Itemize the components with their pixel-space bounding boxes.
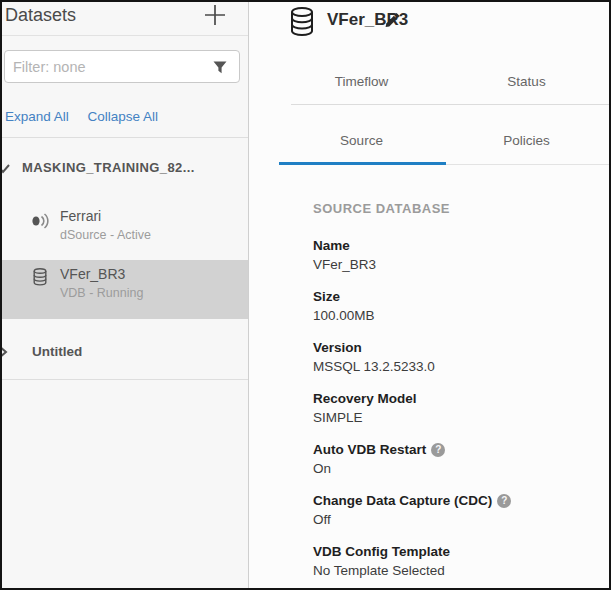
field-value: SIMPLE: [313, 408, 599, 427]
tree-item-vfer-br3-selected[interactable]: VFer_BR3 VDB - Running: [2, 260, 248, 319]
field-value: VFer_BR3: [313, 255, 599, 274]
field-label: Change Data Capture (CDC)?: [313, 491, 599, 510]
filter-funnel-icon[interactable]: [213, 61, 227, 74]
tree-group-label: MASKING_TRAINING_82...: [22, 160, 195, 175]
tree-controls: Expand All Collapse All: [5, 109, 158, 124]
tree-item-ferrari[interactable]: Ferrari dSource - Active: [2, 202, 248, 254]
field-label: Auto VDB Restart?: [313, 440, 599, 459]
tab-status[interactable]: Status: [444, 57, 609, 105]
divider: [2, 137, 248, 138]
field-label-text: Change Data Capture (CDC): [313, 493, 492, 508]
add-dataset-button[interactable]: [204, 4, 226, 26]
datasets-panel: Datasets Expand All Collapse All: [2, 2, 249, 588]
field-recovery-model: Recovery Model SIMPLE: [313, 389, 599, 427]
tab-policies[interactable]: Policies: [444, 105, 609, 165]
field-auto-vdb-restart: Auto VDB Restart? On: [313, 440, 599, 478]
expand-all-link[interactable]: Expand All: [5, 109, 69, 124]
database-icon: [32, 267, 48, 287]
field-version: Version MSSQL 13.2.5233.0: [313, 338, 599, 376]
tree-item-status: VDB - Running: [60, 286, 143, 300]
collapse-all-link[interactable]: Collapse All: [88, 109, 159, 124]
section-title: SOURCE DATABASE: [313, 201, 599, 216]
divider: [2, 379, 248, 380]
app-window: Datasets Expand All Collapse All: [0, 0, 611, 590]
tab-source[interactable]: Source: [279, 105, 444, 165]
field-size: Size 100.00MB: [313, 287, 599, 325]
database-icon: [288, 6, 316, 38]
detail-panel: VFer_BR3 Timeflow Status Source Policies…: [250, 2, 609, 588]
active-tab-underline: [279, 162, 446, 165]
field-value: Off: [313, 510, 599, 529]
field-value: No Template Selected: [313, 561, 599, 580]
tree-item-name: Ferrari: [60, 208, 101, 224]
field-label: Name: [313, 236, 599, 255]
detail-header: VFer_BR3: [250, 2, 609, 57]
edit-pencil-icon[interactable]: [384, 11, 402, 29]
field-value: 100.00MB: [313, 306, 599, 325]
filter-input[interactable]: [5, 51, 239, 82]
field-name: Name VFer_BR3: [313, 236, 599, 274]
tree-group-masking-training[interactable]: MASKING_TRAINING_82...: [2, 154, 248, 184]
panel-title: Datasets: [5, 5, 76, 26]
chevron-down-icon: [2, 162, 11, 176]
field-label-text: Auto VDB Restart: [313, 442, 426, 457]
help-icon[interactable]: ?: [497, 494, 511, 508]
field-value: MSSQL 13.2.5233.0: [313, 357, 599, 376]
tab-timeflow[interactable]: Timeflow: [279, 57, 444, 105]
field-label: Version: [313, 338, 599, 357]
tree-item-name: VFer_BR3: [60, 266, 125, 282]
filter-field-wrap: [4, 50, 240, 83]
field-label: Recovery Model: [313, 389, 599, 408]
tree-group-label: Untitled: [32, 344, 82, 359]
tab-row-bottom: Source Policies: [279, 105, 609, 165]
source-details: SOURCE DATABASE Name VFer_BR3 Size 100.0…: [313, 201, 599, 590]
dsource-icon: [30, 211, 52, 231]
tab-row-top: Timeflow Status: [279, 57, 609, 105]
chevron-right-icon: [2, 344, 8, 360]
field-label: Size: [313, 287, 599, 306]
field-vdb-config-template: VDB Config Template No Template Selected: [313, 542, 599, 580]
plus-icon: [204, 4, 226, 26]
datasets-panel-header: Datasets: [2, 2, 248, 36]
tree-group-untitled[interactable]: Untitled: [2, 339, 248, 367]
tree-item-status: dSource - Active: [60, 228, 151, 242]
field-value: On: [313, 459, 599, 478]
help-icon[interactable]: ?: [431, 443, 445, 457]
field-label: VDB Config Template: [313, 542, 599, 561]
field-cdc: Change Data Capture (CDC)? Off: [313, 491, 599, 529]
